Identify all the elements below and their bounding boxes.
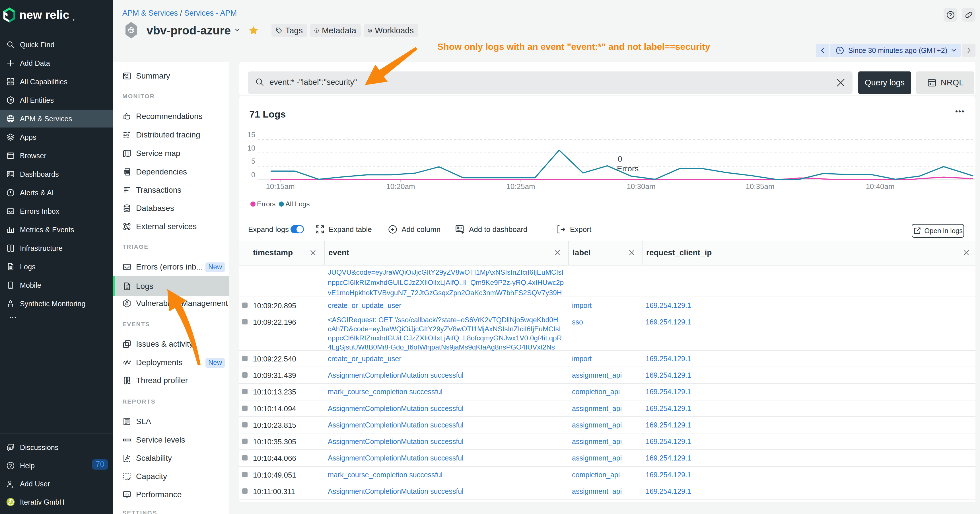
svg-text:Errors: Errors <box>257 200 275 208</box>
svg-text:10:30am: 10:30am <box>627 182 655 191</box>
svg-text:10: 10 <box>247 144 255 152</box>
svg-text:5: 5 <box>251 157 255 165</box>
svg-text:All Logs: All Logs <box>285 200 310 208</box>
svg-text:10:25am: 10:25am <box>506 182 535 191</box>
svg-text:0: 0 <box>251 171 255 179</box>
svg-text:10:15am: 10:15am <box>266 182 294 191</box>
svg-text:10:20am: 10:20am <box>386 182 415 191</box>
svg-text:10:35am: 10:35am <box>746 182 774 191</box>
svg-text:10:40am: 10:40am <box>865 182 894 191</box>
svg-text:0: 0 <box>618 154 622 163</box>
svg-text:15: 15 <box>247 130 255 138</box>
svg-text:new relic: new relic <box>19 8 69 21</box>
svg-text:Errors: Errors <box>617 164 638 173</box>
